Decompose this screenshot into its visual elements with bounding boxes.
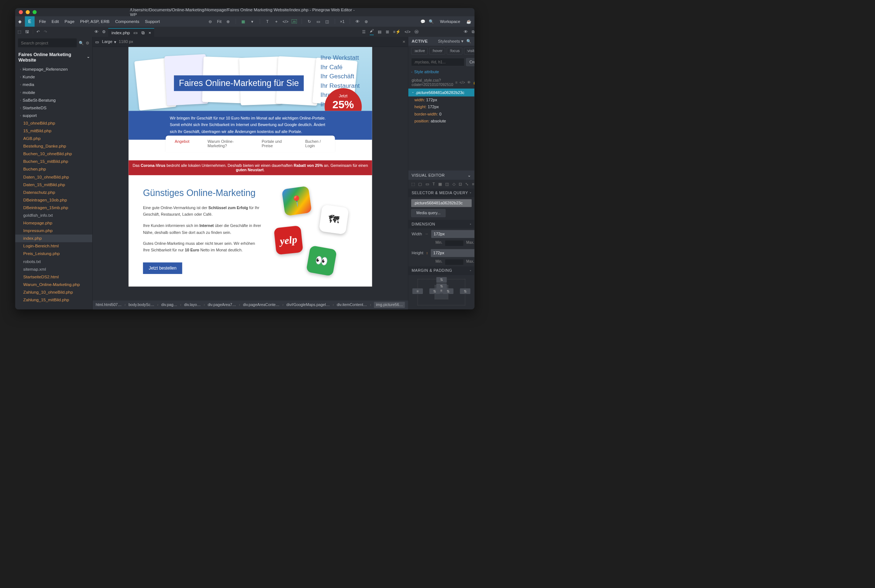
- save-icon[interactable]: 🖫: [25, 30, 29, 34]
- folder-sabest-beratung[interactable]: › SaBeSt-Beratung: [15, 96, 92, 104]
- page-tab-warum[interactable]: Warum Online-Marketing?: [198, 135, 252, 152]
- selector-value[interactable]: .picture568481a06282b23c: [411, 199, 472, 207]
- margin-padding-header[interactable]: MARGIN & PADDING›: [408, 266, 474, 275]
- margin-left-input[interactable]: ≡: [412, 288, 423, 294]
- file-Impressum-php[interactable]: Impressum.php: [15, 227, 92, 235]
- height-min-input[interactable]: [445, 260, 463, 265]
- create-rule-button[interactable]: Create: [466, 58, 474, 66]
- viewport-icon[interactable]: ▭: [95, 39, 99, 44]
- file-index-php[interactable]: index.php: [15, 235, 92, 242]
- selector-media-header[interactable]: SELECTOR & MEDIA QUERY›: [408, 189, 474, 197]
- file-DBeintragen_10ob-php[interactable]: DBeintragen_10ob.php: [15, 196, 92, 204]
- file-StartseiteDS2-html[interactable]: StartseiteDS2.html: [15, 273, 92, 280]
- list-icon[interactable]: ≡: [456, 80, 457, 85]
- css-prop-position[interactable]: position: absolute: [408, 118, 474, 124]
- layout-icon[interactable]: ▦: [241, 19, 246, 24]
- ve-layout-icon[interactable]: ⬚: [411, 182, 415, 186]
- close-window-icon[interactable]: [19, 10, 23, 14]
- close-viewport-icon[interactable]: ×: [403, 39, 405, 45]
- eye3-icon[interactable]: 👁: [467, 80, 471, 85]
- file-Preis_Leistung-php[interactable]: Preis_Leistung.php: [15, 250, 92, 258]
- menu-support[interactable]: Support: [145, 19, 160, 24]
- css-prop-height[interactable]: height: 172px: [408, 104, 474, 110]
- crumb-item[interactable]: div.layo…: [184, 303, 201, 307]
- search-icon[interactable]: 🔍: [429, 19, 434, 24]
- menu-php[interactable]: PHP, ASP, ERB: [80, 19, 110, 24]
- menu-file[interactable]: File: [39, 19, 46, 24]
- panel-icon[interactable]: ⬚: [18, 29, 21, 34]
- actions-icon[interactable]: ≡⚡: [393, 29, 400, 34]
- file-10_ohneBild-php[interactable]: 10_ohneBild.php: [15, 119, 92, 127]
- ve-box-icon[interactable]: ▢: [418, 182, 422, 186]
- crumb-item[interactable]: body.bodySc…: [128, 303, 154, 307]
- file-sitemap-xml[interactable]: sitemap.xml: [15, 265, 92, 273]
- ve-border-icon[interactable]: ◫: [445, 182, 449, 186]
- maximize-window-icon[interactable]: [32, 10, 36, 14]
- file-Datenschutz-php[interactable]: Datenschutz.php: [15, 188, 92, 196]
- file-Warum_Online-Marketing-php[interactable]: Warum_Online-Marketing.php: [15, 280, 92, 288]
- window-icon[interactable]: ◫: [325, 19, 329, 24]
- folder-support[interactable]: › support: [15, 111, 92, 119]
- file-goldfish_info-txt[interactable]: goldfish_info.txt: [15, 212, 92, 219]
- media-query-button[interactable]: Media query...: [411, 209, 445, 217]
- menu-edit[interactable]: Edit: [51, 19, 59, 24]
- device-icon[interactable]: ⌖: [274, 19, 279, 24]
- dimension-header[interactable]: DIMENSION›: [408, 220, 474, 228]
- crumb-item[interactable]: div#GoogleMaps.pageI…: [287, 303, 330, 307]
- tab-dup-icon[interactable]: ⧉: [141, 31, 144, 34]
- width-link-icon[interactable]: ↔: [425, 232, 428, 237]
- refresh-icon[interactable]: ↻: [307, 19, 312, 24]
- js-icon[interactable]: JS: [292, 19, 297, 23]
- lock-icon[interactable]: 🔒: [473, 80, 474, 85]
- search-styles-icon[interactable]: 🔍: [466, 39, 471, 44]
- code-icon[interactable]: </>: [283, 19, 288, 24]
- ve-text-icon[interactable]: T: [432, 182, 435, 186]
- settings-filter-icon[interactable]: ⚙: [102, 29, 106, 34]
- crumb-item[interactable]: img.picture56…: [374, 302, 405, 308]
- file-Daten_10_ohneBild-php[interactable]: Daten_10_ohneBild.php: [15, 173, 92, 181]
- crumb-item[interactable]: div.pageArea7…: [208, 303, 236, 307]
- file-Homepage-php[interactable]: Homepage.php: [15, 219, 92, 227]
- margin-top-input[interactable]: ⇅: [436, 277, 447, 283]
- box-icon[interactable]: ▤: [378, 29, 382, 34]
- chevron-down-icon[interactable]: ▾: [250, 19, 255, 24]
- css-prop-border-width[interactable]: border-width: 0: [408, 111, 474, 118]
- menu-page[interactable]: Page: [65, 19, 74, 24]
- code2-icon[interactable]: </>: [459, 80, 465, 85]
- folder-mobile[interactable]: › mobile: [15, 88, 92, 96]
- eye2-icon[interactable]: 👁: [464, 30, 468, 34]
- page-tab-angebot[interactable]: Angebot: [165, 135, 198, 152]
- edit-mode-icon[interactable]: E: [25, 16, 35, 27]
- css-file-row[interactable]: global_style.css?cdate=20210107092510 ≡<…: [408, 76, 474, 88]
- stylesheets-dropdown[interactable]: Stylesheets ▾: [438, 39, 463, 44]
- crumb-item[interactable]: div.itemContent…: [337, 303, 367, 307]
- width-input[interactable]: [431, 230, 475, 238]
- file-AGB-php[interactable]: AGB.php: [15, 135, 92, 142]
- file-Daten_15_mitBild-php[interactable]: Daten_15_mitBild.php: [15, 181, 92, 188]
- undo-icon[interactable]: ↶: [36, 29, 40, 34]
- file-Bestellung_Danke-php[interactable]: Bestellung_Danke.php: [15, 142, 92, 150]
- text-icon[interactable]: T: [265, 19, 270, 24]
- filter-icon[interactable]: ⚙: [86, 40, 89, 45]
- file-robots-txt[interactable]: robots.txt: [15, 258, 92, 265]
- eye-icon[interactable]: 👁: [95, 30, 98, 34]
- ve-pos-icon[interactable]: ◇: [453, 182, 456, 186]
- crumb-item[interactable]: div.pageAreaConte…: [243, 303, 279, 307]
- workspace-button[interactable]: Workspace: [437, 19, 463, 24]
- visual-editor-header[interactable]: VISUAL EDITOR⌄: [408, 171, 474, 180]
- ve-rect-icon[interactable]: ▭: [425, 182, 430, 186]
- file-DBeintragen_15mb-php[interactable]: DBeintragen_15mb.php: [15, 204, 92, 211]
- ve-trans-icon[interactable]: ⤡: [465, 182, 469, 186]
- zoom-out-icon[interactable]: ⊖: [208, 19, 213, 24]
- visibility-icon[interactable]: 👁: [355, 19, 360, 24]
- order-button[interactable]: Jetzt bestellen: [143, 262, 182, 274]
- wordpress-icon[interactable]: ⓦ: [415, 29, 418, 34]
- height-link-icon[interactable]: ↕: [426, 251, 428, 255]
- file-Buchen-php[interactable]: Buchen.php: [15, 165, 92, 173]
- fit-label[interactable]: Fit: [216, 19, 222, 24]
- height-input[interactable]: [431, 249, 475, 257]
- brush-icon[interactable]: 🖌: [370, 28, 374, 35]
- pseudo-hover[interactable]: :hover: [429, 48, 445, 54]
- pseudo-active[interactable]: :active: [411, 48, 428, 54]
- browser-icon[interactable]: ▭: [316, 19, 321, 24]
